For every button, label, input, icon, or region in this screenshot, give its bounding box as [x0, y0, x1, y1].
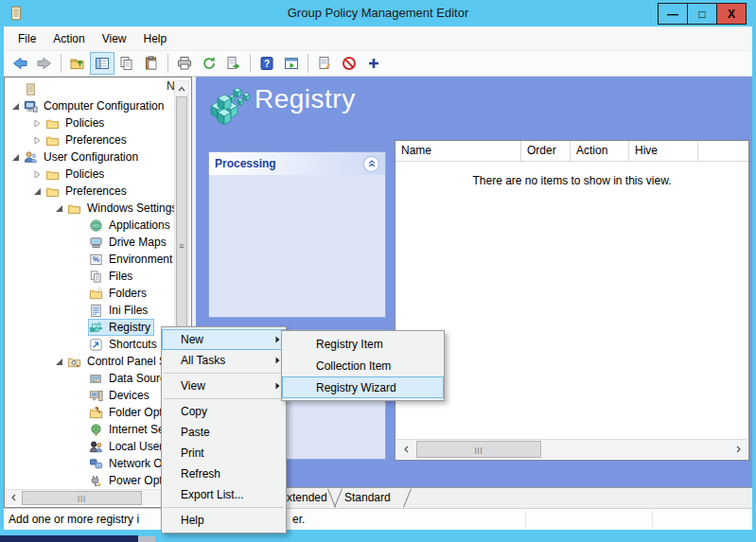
tree-item-core: User Configuration: [23, 149, 142, 166]
menubar-item-view[interactable]: View: [94, 28, 135, 49]
menu-item-help[interactable]: Help: [162, 510, 286, 531]
tree-item-policies[interactable]: Policies: [6, 114, 176, 131]
expander-open-icon[interactable]: [29, 187, 44, 196]
back-button[interactable]: [8, 52, 32, 75]
expander-closed-icon[interactable]: [29, 136, 44, 145]
tree-item-devices[interactable]: Devices: [6, 387, 176, 404]
tree-item-preferences[interactable]: Preferences: [6, 183, 176, 200]
menubar-item-help[interactable]: Help: [135, 28, 176, 49]
menu-item-view[interactable]: View: [162, 376, 286, 396]
submenu-arrow-icon: [275, 336, 280, 343]
scroll-right-icon[interactable]: [729, 440, 747, 458]
menu-item-print[interactable]: Print: [162, 443, 286, 463]
tree-item-folders[interactable]: Folders: [6, 285, 176, 302]
column-header-order[interactable]: Order: [521, 141, 571, 161]
menu-separator: [164, 398, 284, 399]
tree-item-ini-files[interactable]: Ini Files: [6, 302, 176, 319]
scroll-left-icon[interactable]: [396, 440, 415, 458]
submenu-item-collection-item[interactable]: Collection Item: [282, 355, 444, 376]
tree-item-files[interactable]: Files: [6, 268, 176, 285]
expander-closed-icon[interactable]: [29, 119, 44, 128]
tree-item-computer-configuration[interactable]: Computer Configuration: [6, 97, 176, 114]
menu-item-paste[interactable]: Paste: [162, 422, 286, 443]
tree-item-windows-settings[interactable]: Windows Settings: [6, 200, 176, 217]
tree-item-label: User Configuration: [41, 150, 141, 165]
tree-item-label: Drive Maps: [106, 236, 169, 250]
tree-item-core: Policies: [44, 166, 108, 183]
tree-item-core: [23, 80, 47, 97]
tree-item-label: Environment: [106, 253, 175, 267]
minimize-button[interactable]: —: [658, 3, 688, 25]
console-tree: Computer ConfigurationPoliciesPreference…: [6, 80, 176, 489]
taskbar-fragment: [0, 535, 138, 542]
tree-item-policies[interactable]: Policies: [6, 166, 176, 183]
expander-open-icon[interactable]: [8, 102, 23, 111]
folder-icon: [45, 167, 62, 182]
list-horizontal-scrollbar[interactable]: |||: [396, 439, 747, 459]
menu-item-export-list[interactable]: Export List...: [162, 484, 286, 505]
up-one-level-button[interactable]: [65, 52, 90, 75]
tree-item-user-configuration[interactable]: User Configuration: [6, 149, 176, 166]
preference-window-button[interactable]: [279, 52, 304, 75]
tree-hscrollbar-thumb[interactable]: |||: [22, 491, 142, 505]
tree-item-data-sources[interactable]: Data Sources: [6, 370, 176, 387]
tree-item-applications[interactable]: Applications: [6, 217, 176, 234]
processing-header: Processing: [209, 152, 385, 175]
properties-button[interactable]: [312, 52, 337, 75]
menu-item-label: Print: [181, 446, 204, 460]
tree-item-local-users-and-groups[interactable]: Local Users and Groups: [6, 438, 176, 455]
scroll-left-icon[interactable]: [6, 490, 21, 505]
submenu-item-registry-item[interactable]: Registry Item: [282, 333, 444, 355]
print-button[interactable]: [172, 52, 197, 75]
help-button[interactable]: ?: [255, 52, 279, 75]
expander-open-icon[interactable]: [51, 204, 66, 213]
maximize-button[interactable]: □: [687, 3, 717, 25]
copy-button[interactable]: [114, 52, 139, 75]
add-icon: [366, 56, 381, 71]
paste-button[interactable]: [139, 52, 164, 75]
submenu-item-registry-wizard[interactable]: Registry Wizard: [282, 376, 444, 398]
menubar-item-action[interactable]: Action: [44, 28, 93, 49]
tree-item-network-options[interactable]: Network Options: [6, 455, 176, 472]
scroll-up-icon[interactable]: [175, 81, 188, 96]
add-button[interactable]: [361, 52, 386, 75]
menubar-item-file[interactable]: File: [9, 28, 44, 49]
tree-item-folder-options[interactable]: Folder Options: [6, 404, 176, 421]
tree-item-power-options[interactable]: Power Options: [6, 472, 176, 489]
expander-closed-icon[interactable]: [29, 170, 44, 179]
close-button[interactable]: X: [716, 3, 747, 25]
list-hscrollbar-thumb[interactable]: |||: [416, 441, 541, 458]
forward-button[interactable]: [32, 52, 57, 75]
tree-item-environment[interactable]: %Environment: [6, 251, 176, 268]
applications-icon: [89, 219, 106, 233]
control-panel-icon: [67, 355, 84, 369]
tree-item-label: Preferences: [62, 133, 130, 148]
tree-item-preferences[interactable]: Preferences: [6, 131, 176, 149]
tree-item-internet-settings[interactable]: Internet Settings: [6, 421, 176, 438]
export-list-button[interactable]: [221, 52, 246, 75]
column-header-name[interactable]: Name: [396, 141, 521, 161]
stop-button[interactable]: [337, 52, 361, 75]
scroll-grip-icon: ≡: [177, 242, 186, 251]
refresh-button[interactable]: [197, 52, 221, 75]
tree-item-label: Computer Configuration: [41, 99, 167, 114]
user-icon: [24, 150, 41, 165]
show-console-tree-button[interactable]: [90, 52, 114, 75]
menu-item-refresh[interactable]: Refresh: [162, 463, 286, 484]
tree-item-control-panel-settings[interactable]: Control Panel Settings: [6, 353, 176, 370]
menu-item-new[interactable]: New: [162, 329, 286, 350]
tree-item-shortcuts[interactable]: Shortcuts: [6, 336, 176, 353]
tree-item-item[interactable]: [6, 80, 176, 97]
status-divider: [652, 512, 653, 527]
column-header-action[interactable]: Action: [571, 141, 629, 161]
expander-open-icon[interactable]: [51, 358, 66, 366]
tree-item-drive-maps[interactable]: Drive Maps: [6, 234, 176, 251]
tab-standard[interactable]: Standard: [344, 491, 391, 504]
expander-open-icon[interactable]: [8, 153, 23, 162]
tree-item-registry[interactable]: Registry: [6, 319, 176, 336]
collapse-chevron-icon[interactable]: [363, 156, 379, 172]
menu-item-all-tasks[interactable]: All Tasks: [162, 350, 286, 371]
column-header-hive[interactable]: Hive: [629, 141, 698, 161]
local-users-icon: [89, 440, 106, 454]
menu-item-copy[interactable]: Copy: [162, 401, 286, 422]
